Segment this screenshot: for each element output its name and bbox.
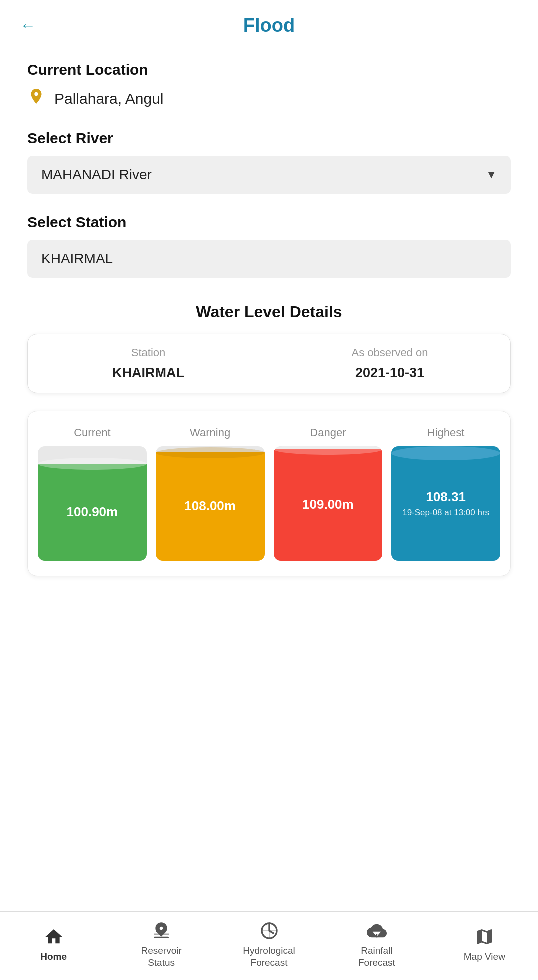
danger-card: Danger 109.00m [274, 426, 383, 561]
observed-value: 2021-10-31 [279, 365, 500, 381]
highest-tank: 108.31 19-Sep-08 at 13:00 hrs [391, 446, 500, 561]
danger-tank: 109.00m [274, 446, 383, 561]
station-sublabel: Station [38, 346, 259, 359]
station-selected: KHAIRMAL [27, 240, 511, 278]
warning-card: Warning 108.00m [156, 426, 265, 561]
current-card: Current 100.90m [38, 426, 147, 561]
highest-label: Highest [427, 426, 465, 439]
highest-sub: 19-Sep-08 at 13:00 hrs [402, 508, 489, 518]
station-label: Select Station [27, 214, 511, 231]
warning-value: 108.00m [184, 498, 236, 514]
water-level-section: Water Level Details Station KHAIRMAL As … [27, 303, 511, 576]
river-selected: MAHANADI River [41, 167, 152, 183]
home-icon [44, 927, 64, 947]
nav-home-label: Home [40, 951, 67, 963]
nav-rainfall-label: RainfallForecast [358, 945, 395, 969]
dropdown-arrow-icon: ▼ [486, 168, 497, 181]
river-dropdown[interactable]: MAHANADI River ▼ [27, 156, 511, 194]
water-level-title: Water Level Details [27, 303, 511, 321]
warning-label: Warning [190, 426, 230, 439]
main-content: Current Location Pallahara, Angul Select… [0, 46, 538, 606]
warning-tank: 108.00m [156, 446, 265, 561]
current-location-label: Current Location [27, 61, 511, 78]
nav-map[interactable]: Map View [431, 927, 538, 963]
hydrological-icon [259, 921, 279, 941]
page-title: Flood [243, 15, 295, 36]
nav-hydrological[interactable]: HydrologicalForecast [215, 921, 323, 969]
svg-rect-0 [154, 936, 169, 938]
river-label: Select River [27, 130, 511, 147]
current-wave: 100.90m [38, 464, 147, 561]
highest-wave: 108.31 19-Sep-08 at 13:00 hrs [391, 446, 500, 561]
location-row: Pallahara, Angul [27, 87, 511, 110]
bottom-nav: Home ReservoirStatus HydrologicalForecas… [0, 911, 538, 980]
water-cards-container: Current 100.90m Warning 108.00m [27, 411, 511, 576]
danger-label: Danger [310, 426, 346, 439]
location-value: Pallahara, Angul [54, 90, 164, 107]
nav-reservoir-label: ReservoirStatus [141, 945, 181, 969]
nav-reservoir[interactable]: ReservoirStatus [107, 921, 215, 969]
river-section: Select River MAHANADI River ▼ [27, 130, 511, 194]
header: ← Flood [0, 0, 538, 46]
rainfall-icon [367, 921, 387, 941]
station-name-value: KHAIRMAL [38, 365, 259, 381]
highest-card: Highest 108.31 19-Sep-08 at 13:00 hrs [391, 426, 500, 561]
reservoir-icon [151, 921, 171, 941]
nav-rainfall[interactable]: RainfallForecast [323, 921, 430, 969]
highest-value: 108.31 [426, 490, 466, 505]
danger-wave: 109.00m [274, 449, 383, 561]
warning-wave: 108.00m [156, 452, 265, 561]
current-label: Current [74, 426, 110, 439]
observed-panel: As observed on 2021-10-31 [269, 334, 510, 393]
station-name-panel: Station KHAIRMAL [28, 334, 269, 393]
location-pin-icon [27, 87, 45, 110]
observed-sublabel: As observed on [279, 346, 500, 359]
nav-map-label: Map View [464, 951, 505, 963]
back-button[interactable]: ← [20, 16, 36, 35]
nav-home[interactable]: Home [0, 927, 107, 963]
danger-value: 109.00m [302, 497, 354, 512]
current-tank: 100.90m [38, 446, 147, 561]
current-value: 100.90m [67, 504, 118, 520]
station-info-card: Station KHAIRMAL As observed on 2021-10-… [27, 334, 511, 393]
nav-hydrological-label: HydrologicalForecast [243, 945, 295, 969]
map-icon [474, 927, 494, 947]
water-cards-row: Current 100.90m Warning 108.00m [38, 426, 500, 561]
station-section: Select Station KHAIRMAL [27, 214, 511, 278]
